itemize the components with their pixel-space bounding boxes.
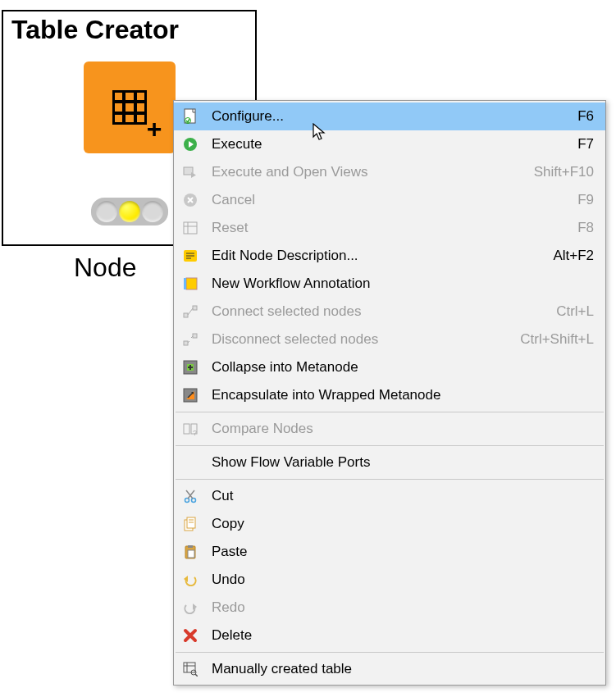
menu-item-label: Reset xyxy=(212,220,569,236)
menu-item-new-workflow-annotation[interactable]: New Workflow Annotation xyxy=(174,270,605,298)
menu-item-manually-created-table[interactable]: Manually created table xyxy=(174,655,605,683)
menu-item-label: Collapse into Metanode xyxy=(212,359,594,376)
encapsulate-icon xyxy=(179,386,202,404)
svg-rect-47 xyxy=(188,545,193,548)
svg-rect-24 xyxy=(184,341,188,345)
svg-line-55 xyxy=(195,674,198,676)
menu-item-shortcut: Shift+F10 xyxy=(534,164,594,180)
menu-separator xyxy=(176,479,604,480)
menu-item-reset: ResetF8 xyxy=(174,214,605,242)
menu-item-label: Undo xyxy=(212,572,594,588)
menu-item-label: Paste xyxy=(212,544,594,560)
menu-item-execute[interactable]: ExecuteF7 xyxy=(174,130,605,158)
menu-item-disconnect-selected-nodes: Disconnect selected nodesCtrl+Shift+L xyxy=(174,326,605,353)
menu-item-label: Execute and Open Views xyxy=(212,164,526,180)
menu-item-shortcut: F7 xyxy=(577,136,594,153)
menu-separator xyxy=(176,445,604,446)
menu-item-configure[interactable]: Configure...F6 xyxy=(174,102,605,130)
svg-rect-20 xyxy=(184,278,186,289)
menu-item-show-flow-variable-ports[interactable]: Show Flow Variable Ports xyxy=(174,449,605,476)
menu-item-label: New Workflow Annotation xyxy=(212,276,594,292)
menu-item-shortcut: Ctrl+Shift+L xyxy=(520,331,594,348)
menu-item-shortcut: F9 xyxy=(577,192,594,208)
menu-item-label: Delete xyxy=(212,627,594,644)
menu-item-delete[interactable]: Delete xyxy=(174,622,605,649)
menu-item-label: Redo xyxy=(212,599,594,616)
svg-rect-21 xyxy=(184,313,188,317)
annotation-icon xyxy=(179,275,202,293)
menu-item-edit-node-description[interactable]: Edit Node Description...Alt+F2 xyxy=(174,242,605,270)
svg-text:?: ? xyxy=(193,429,197,436)
context-menu[interactable]: Configure...F6ExecuteF7Execute and Open … xyxy=(173,100,606,686)
svg-rect-35 xyxy=(184,424,189,434)
node-label: Node xyxy=(74,253,137,283)
play-icon xyxy=(179,135,202,153)
menu-item-shortcut: Alt+F2 xyxy=(553,248,594,264)
menu-item-label: Encapsulate into Wrapped Metanode xyxy=(212,387,594,403)
node-title: Table Creator xyxy=(3,11,255,45)
menu-item-compare-nodes: ?Compare Nodes xyxy=(174,415,605,443)
play-views-icon xyxy=(179,163,202,181)
reset-icon xyxy=(179,219,202,237)
menu-item-shortcut: Ctrl+L xyxy=(556,303,594,320)
menu-item-label: Compare Nodes xyxy=(212,421,594,437)
menu-item-label: Cut xyxy=(212,488,594,504)
node-status-lights xyxy=(91,198,168,226)
copy-icon xyxy=(179,515,202,533)
menu-item-execute-and-open-views: Execute and Open ViewsShift+F10 xyxy=(174,158,605,186)
menu-item-cut[interactable]: Cut xyxy=(174,482,605,510)
svg-rect-25 xyxy=(193,334,197,338)
menu-item-collapse-into-metanode[interactable]: Collapse into Metanode xyxy=(174,353,605,381)
menu-item-label: Configure... xyxy=(212,108,569,125)
menu-item-label: Copy xyxy=(212,516,594,532)
svg-rect-48 xyxy=(188,550,194,558)
menu-item-label: Execute xyxy=(212,136,569,153)
connect-icon xyxy=(179,303,202,321)
edit-desc-icon xyxy=(179,247,202,265)
menu-item-label: Manually created table xyxy=(212,661,594,677)
svg-rect-0 xyxy=(113,91,146,124)
svg-rect-19 xyxy=(186,278,197,289)
menu-item-label: Disconnect selected nodes xyxy=(212,331,512,348)
menu-separator xyxy=(176,652,604,653)
collapse-icon xyxy=(179,358,202,376)
menu-item-redo: Redo xyxy=(174,594,605,622)
menu-item-label: Connect selected nodes xyxy=(212,303,548,320)
redo-icon xyxy=(179,599,202,617)
undo-icon xyxy=(179,571,202,589)
menu-item-undo[interactable]: Undo xyxy=(174,566,605,594)
table-search-icon xyxy=(179,660,202,678)
plus-icon: + xyxy=(147,116,162,142)
delete-icon xyxy=(179,626,202,645)
menu-item-label: Cancel xyxy=(212,192,569,208)
status-light-red xyxy=(96,201,117,222)
menu-separator xyxy=(176,412,604,412)
menu-item-label: Edit Node Description... xyxy=(212,248,545,264)
cut-icon xyxy=(179,487,202,505)
node-icon-box[interactable]: + xyxy=(84,61,176,153)
grid-icon xyxy=(112,90,147,125)
doc-config-icon xyxy=(179,107,202,125)
compare-icon: ? xyxy=(179,420,202,438)
svg-rect-12 xyxy=(184,222,197,234)
menu-item-connect-selected-nodes: Connect selected nodesCtrl+L xyxy=(174,298,605,326)
menu-item-cancel: CancelF9 xyxy=(174,186,605,214)
menu-item-shortcut: F8 xyxy=(577,220,594,236)
svg-line-23 xyxy=(188,308,193,315)
blank-icon xyxy=(179,453,202,472)
cancel-icon xyxy=(179,191,202,209)
svg-rect-51 xyxy=(184,663,195,672)
svg-rect-22 xyxy=(193,306,197,310)
menu-item-encapsulate-into-wrapped-metanode[interactable]: Encapsulate into Wrapped Metanode xyxy=(174,381,605,409)
menu-item-shortcut: F6 xyxy=(577,108,594,125)
cursor-icon xyxy=(313,123,327,141)
paste-icon xyxy=(179,543,202,561)
status-light-yellow xyxy=(119,201,140,222)
menu-item-paste[interactable]: Paste xyxy=(174,538,605,566)
svg-marker-10 xyxy=(191,172,196,178)
status-light-green xyxy=(142,201,163,222)
disconnect-icon xyxy=(179,330,202,348)
menu-item-copy[interactable]: Copy xyxy=(174,510,605,538)
menu-item-label: Show Flow Variable Ports xyxy=(212,454,594,471)
